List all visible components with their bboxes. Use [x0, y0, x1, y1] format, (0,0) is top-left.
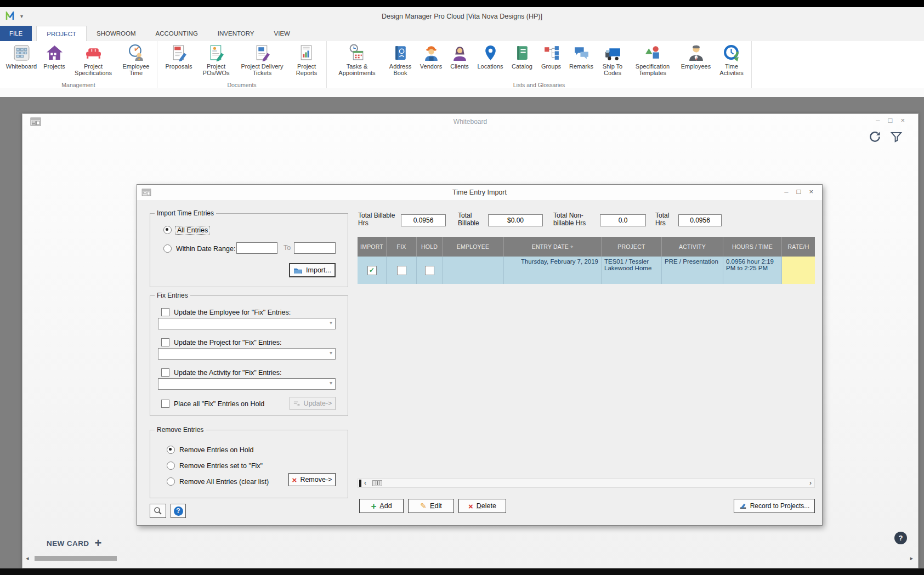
ribbon-item-locations[interactable]: Locations — [473, 43, 507, 71]
refresh-icon[interactable] — [869, 130, 881, 143]
ribbon-item-proposals[interactable]: Proposals — [160, 43, 197, 71]
import-cell[interactable]: ✓ — [358, 257, 387, 284]
employee-dropdown[interactable]: ▾ — [158, 318, 336, 329]
ribbon-item-project-reports[interactable]: Project Reports — [290, 43, 324, 78]
new-card-button[interactable]: NEW CARD + — [47, 536, 102, 550]
ribbon-item-label: Time Activities — [716, 63, 747, 77]
column-header-fix[interactable]: FIX — [387, 237, 417, 257]
checkbox-icon[interactable] — [397, 266, 406, 275]
scrollbar-thumb[interactable] — [372, 480, 382, 486]
ribbon-item-specification-templates[interactable]: Specification Templates — [628, 43, 677, 78]
ribbon-item-label: Clients — [450, 63, 469, 70]
delete-button[interactable]: × Delete — [458, 499, 506, 513]
add-button[interactable]: + Add — [359, 499, 404, 513]
close-icon[interactable]: × — [809, 187, 813, 196]
ribbon-item-project-delivery-tickets[interactable]: Project Delivery Tickets — [235, 43, 290, 78]
tab-file[interactable]: FILE — [0, 26, 32, 41]
help-icon[interactable]: ? — [894, 532, 907, 544]
table-horizontal-scrollbar[interactable]: ‹ › — [358, 479, 815, 488]
ribbon-item-catalog[interactable]: Catalog — [507, 43, 537, 71]
tab-inventory[interactable]: INVENTORY — [208, 26, 264, 41]
minimize-icon[interactable]: – — [784, 187, 788, 196]
scroll-right-icon[interactable]: ▸ — [910, 555, 913, 562]
minimize-icon[interactable]: – — [876, 116, 880, 124]
project-dropdown[interactable]: ▾ — [158, 348, 336, 360]
ribbon-item-project-specifications[interactable]: Project Specifications — [69, 43, 118, 78]
ribbon-item-vendors[interactable]: Vendors — [416, 43, 446, 71]
scroll-left-icon[interactable]: ◂ — [26, 555, 29, 562]
maximize-icon[interactable]: □ — [888, 116, 893, 124]
app-logo[interactable]: ▾ — [5, 12, 23, 21]
scroll-right-icon[interactable]: › — [809, 479, 812, 487]
fix-cell[interactable] — [387, 257, 417, 284]
column-header-hours-time[interactable]: HOURS / TIME — [723, 237, 782, 257]
ribbon-item-project-pos-wos[interactable]: Project POs/WOs — [197, 43, 235, 78]
import-button[interactable]: Import... — [289, 263, 336, 277]
checkbox-icon[interactable] — [161, 368, 169, 377]
column-header-import[interactable]: IMPORT — [358, 237, 387, 257]
ribbon-item-remarks[interactable]: Remarks — [565, 43, 597, 71]
red-x-icon: × — [468, 502, 473, 510]
update-button[interactable]: Update-> — [290, 397, 336, 410]
radio-selected-icon[interactable] — [167, 446, 175, 454]
edit-button[interactable]: ✎ Edit — [408, 499, 454, 513]
update-project-checkbox-row[interactable]: Update the Project for "Fix" Entries: — [161, 338, 281, 346]
tab-accounting[interactable]: ACCOUNTING — [146, 26, 208, 41]
close-icon[interactable]: × — [900, 116, 905, 124]
help-button[interactable]: ? — [171, 504, 186, 518]
ribbon-item-groups[interactable]: Groups — [537, 43, 565, 71]
ribbon-item-ship-to-codes[interactable]: Ship To Codes — [597, 43, 628, 78]
remove-entries-group: Remove Entries Remove Entries on Hold Re… — [150, 430, 348, 498]
remove-all-radio-row[interactable]: Remove All Entries (clear list) — [167, 477, 269, 486]
filter-icon[interactable] — [890, 130, 903, 143]
update-employee-checkbox-row[interactable]: Update the Employee for "Fix" Entries: — [161, 308, 291, 316]
ribbon-item-employee-time[interactable]: Employee Time — [118, 43, 154, 78]
radio-icon[interactable] — [167, 462, 175, 470]
checkbox-icon[interactable] — [161, 308, 169, 316]
table-row[interactable]: ✓ Thursday, February 7, 2019 TES01 / Tes… — [358, 257, 815, 284]
column-header-hold[interactable]: HOLD — [417, 237, 443, 257]
column-header-project[interactable]: PROJECT — [602, 237, 662, 257]
checkbox-icon[interactable] — [161, 400, 169, 408]
radio-selected-icon[interactable] — [163, 226, 172, 234]
radio-icon[interactable] — [163, 244, 172, 253]
date-from-input[interactable] — [236, 242, 277, 254]
maximize-icon[interactable]: □ — [797, 187, 801, 196]
ribbon-item-whiteboard[interactable]: Whiteboard — [3, 43, 40, 71]
record-to-projects-button[interactable]: Record to Projects... — [734, 499, 815, 513]
activity-dropdown[interactable]: ▾ — [158, 378, 336, 390]
scrollbar-thumb[interactable] — [35, 556, 117, 561]
hold-cell[interactable] — [417, 257, 443, 284]
ribbon-item-label: Tasks & Appointments — [331, 63, 383, 77]
scroll-left-icon[interactable]: ‹ — [364, 479, 366, 487]
tab-view[interactable]: VIEW — [264, 26, 300, 41]
column-header-entry-date[interactable]: ENTRY DATE ÷ — [504, 237, 602, 257]
checkbox-icon[interactable] — [425, 266, 434, 275]
column-header-employee[interactable]: EMPLOYEE — [443, 237, 504, 257]
checkbox-checked-icon[interactable]: ✓ — [367, 266, 377, 275]
remove-button[interactable]: × Remove-> — [288, 473, 336, 486]
search-button[interactable] — [150, 504, 166, 518]
house-icon — [46, 44, 64, 62]
remove-fix-radio-row[interactable]: Remove Entries set to "Fix" — [167, 462, 263, 470]
checkbox-icon[interactable] — [161, 338, 169, 346]
update-activity-checkbox-row[interactable]: Update the Activity for "Fix" Entries: — [161, 368, 281, 377]
ribbon-item-time-activities[interactable]: Time Activities — [715, 43, 749, 78]
ribbon-item-clients[interactable]: Clients — [446, 43, 473, 71]
all-entries-radio-row[interactable]: All Entries — [163, 226, 209, 234]
column-header-rate[interactable]: RATE/H — [782, 237, 815, 257]
column-header-activity[interactable]: ACTIVITY — [662, 237, 723, 257]
tab-showroom[interactable]: SHOWROOM — [87, 26, 146, 41]
ribbon-item-tasks-appointments[interactable]: Tasks & Appointments — [330, 43, 384, 78]
ribbon-item-employees[interactable]: Employees — [677, 43, 715, 71]
ribbon-item-projects[interactable]: Projects — [40, 43, 69, 71]
remove-on-hold-radio-row[interactable]: Remove Entries on Hold — [167, 446, 253, 454]
radio-icon[interactable] — [167, 477, 175, 486]
date-to-input[interactable] — [294, 242, 336, 254]
whiteboard-horizontal-scrollbar[interactable]: ◂ ▸ — [26, 555, 914, 562]
quick-access-caret-icon[interactable]: ▾ — [20, 13, 23, 19]
tab-project[interactable]: PROJECT — [36, 26, 87, 41]
place-on-hold-checkbox-row[interactable]: Place all "Fix" Entries on Hold — [161, 400, 264, 408]
ribbon-item-address-book[interactable]: Address Book — [384, 43, 416, 78]
within-date-range-radio-row[interactable]: Within Date Range: — [163, 244, 235, 253]
